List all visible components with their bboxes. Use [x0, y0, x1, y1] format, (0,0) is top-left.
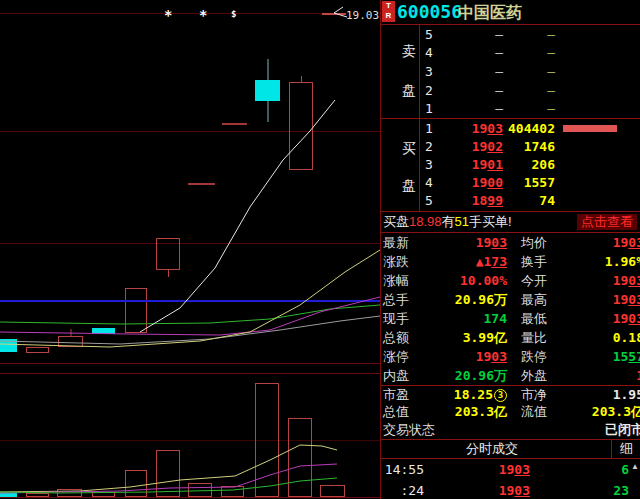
value: 1: [636, 368, 640, 383]
value: 1.95: [613, 387, 640, 402]
buy-level: 3: [425, 157, 437, 172]
value: 1903: [476, 235, 507, 250]
buy-volume: 1746: [503, 139, 555, 154]
value: 203.3亿: [455, 404, 507, 419]
sell-volume: —: [503, 45, 555, 60]
stat-value: 1.95: [581, 387, 640, 402]
stats-row: 市盈18.253市净1.95: [381, 386, 640, 404]
stat-label: 内盘: [383, 367, 439, 385]
stats-row: 现手174最低1903: [381, 309, 640, 328]
stat-label: 换手: [521, 253, 581, 271]
ticker-segment: 有: [442, 214, 455, 229]
value: 0.18: [613, 330, 640, 345]
value: 20.96万: [455, 292, 507, 307]
stat-value: 1557: [581, 349, 640, 364]
stat-value: 20.96万: [439, 291, 507, 309]
candlestick-volume-chart: **$19.03: [0, 0, 380, 499]
value: 1900: [472, 175, 503, 190]
sell-row[interactable]: 5——: [420, 25, 640, 44]
stat-value: 20.96万: [439, 367, 507, 385]
sell-level: 4: [425, 45, 437, 60]
trade-volume: 23: [530, 483, 640, 498]
volume-bar-up: [189, 484, 212, 497]
volume-ma-magenta: [0, 464, 337, 493]
buy-row[interactable]: 419001557: [420, 174, 640, 192]
stat-label: 交易状态: [383, 421, 439, 439]
stat-value: 1.96%: [581, 254, 640, 269]
buy-volume: 206: [503, 157, 555, 172]
event-marker-icon: *: [164, 7, 172, 23]
sell-level: 1: [425, 101, 437, 116]
scroll-up-icon[interactable]: ▲: [631, 462, 639, 471]
stats-row: 最新1903均价1903: [381, 233, 640, 252]
buy-level: 2: [425, 139, 437, 154]
stat-value: 203.3亿: [439, 403, 507, 421]
stats-row: 内盘20.96万外盘1: [381, 366, 640, 385]
stat-label: 市净: [521, 386, 581, 404]
stats-row: 涨幅10.00%今开1903: [381, 271, 640, 290]
stat-value: 1903: [581, 292, 640, 307]
sell-row[interactable]: 3——: [420, 62, 640, 81]
stats-row: 总额3.99亿量比0.18: [381, 328, 640, 347]
stats-row: 涨停1903跌停1557: [381, 347, 640, 366]
sell-label-char: 卖: [402, 43, 416, 61]
stock-code: 600056: [397, 1, 462, 22]
stat-label: 总手: [383, 291, 439, 309]
buy-level: 5: [425, 193, 437, 208]
value: 1557: [613, 349, 640, 364]
value: 1902: [472, 139, 503, 154]
stat-value: 18.253: [439, 387, 507, 402]
stats-row: 交易状态已闭市: [381, 421, 640, 439]
stat-label: 最低: [521, 310, 581, 328]
stock-app-window: **$19.03 T R 600056 中国医药 卖 盘 买 盘 5——4——3…: [0, 0, 640, 499]
volume-bar-up: [157, 451, 180, 497]
value: 1903: [472, 121, 503, 136]
stock-name: 中国医药: [458, 3, 522, 24]
quote-panel: T R 600056 中国医药 卖 盘 买 盘 5——4——3——2——1—— …: [380, 0, 640, 499]
sell-row[interactable]: 4——: [420, 44, 640, 63]
trade-detail-toggle[interactable]: 细: [620, 440, 633, 458]
sell-volume: —: [503, 64, 555, 79]
sell-row[interactable]: 2——: [420, 81, 640, 100]
value: 20.96万: [455, 368, 507, 383]
buy-volume: 404402: [503, 121, 555, 136]
value: 3.99亿: [463, 330, 507, 345]
ticker-segment: 51: [455, 214, 469, 229]
value: 1903: [613, 311, 640, 326]
stat-value: 10.00%: [439, 273, 507, 288]
sell-volume: —: [503, 101, 555, 116]
trade-row[interactable]: :24190323: [381, 480, 640, 499]
stat-value: 1903: [439, 349, 507, 364]
ticker-segment: 18.98: [409, 214, 442, 229]
stat-value: 1903: [581, 235, 640, 250]
buy-volume: 74: [503, 193, 555, 208]
trade-row[interactable]: 14:5519036: [381, 459, 640, 480]
event-marker-icon: *: [199, 7, 207, 23]
sell-level: 2: [425, 83, 437, 98]
stat-value: 203.3亿: [581, 403, 640, 421]
sell-rows: 5——4——3——2——1——: [420, 25, 640, 118]
ticker-segment: 买盘: [383, 214, 409, 229]
sell-row[interactable]: 1——: [420, 99, 640, 118]
trade-price: 1903: [424, 483, 530, 498]
up-candle: [59, 337, 83, 347]
sell-level: 3: [425, 64, 437, 79]
volume-ma-yellow: [0, 445, 337, 492]
ticker-segment: 手买单!: [469, 214, 512, 229]
buy-row[interactable]: 31901206: [420, 155, 640, 173]
volume-bar-up: [289, 419, 312, 497]
volume-bar-up: [222, 487, 244, 497]
buy-row[interactable]: 219021746: [420, 137, 640, 155]
value: 1903: [613, 273, 640, 288]
buy-rows: 1190340440221902174631901206419001557518…: [420, 119, 640, 210]
trade-log-rows: ▲ 14:5519036:24190323: [381, 459, 640, 499]
stats-grid: 最新1903均价1903涨跌▲173换手1.96%涨幅10.00%今开1903总…: [381, 233, 640, 439]
buy-price: 1903: [437, 121, 503, 136]
buy-row[interactable]: 11903404402: [420, 119, 640, 137]
view-detail-button[interactable]: 点击查看: [577, 214, 637, 230]
buy-row[interactable]: 5189974: [420, 192, 640, 210]
up-candle: [27, 348, 49, 353]
stats-row: 总值203.3亿流值203.3亿: [381, 404, 640, 422]
stat-label: 市盈: [383, 386, 439, 404]
value: 已闭市: [605, 422, 640, 437]
